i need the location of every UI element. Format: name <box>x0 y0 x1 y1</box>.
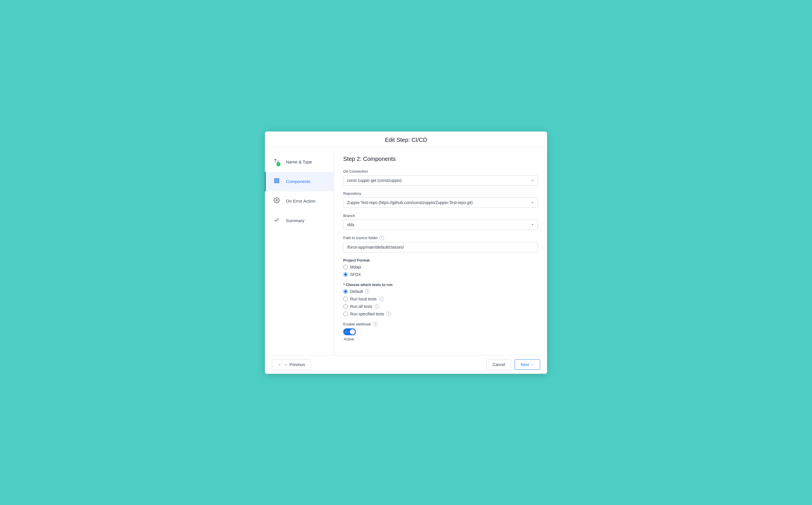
radio-mdapi[interactable]: Mdapi <box>343 265 538 269</box>
branch-label: Branch <box>343 213 538 218</box>
enable-webhook-label: Enable webhook <box>343 322 371 326</box>
cancel-button[interactable]: Cancel <box>487 359 511 370</box>
radio-mdapi-input[interactable] <box>343 265 348 269</box>
radio-default[interactable]: Default i <box>343 289 538 294</box>
svg-rect-1 <box>274 180 279 181</box>
radio-run-all[interactable]: Run all tests i <box>343 304 538 309</box>
footer-right-buttons: Cancel Next → <box>487 359 540 370</box>
enable-webhook-group: Enable webhook i ✓ Active <box>343 322 538 341</box>
choose-tests-radio-group: Default i Run local tests i Run all test… <box>343 289 538 316</box>
radio-run-specified-input[interactable] <box>343 312 348 316</box>
previous-arrow-icon: ← <box>278 362 282 367</box>
project-format-label: Project Format <box>343 258 538 263</box>
toggle-slider: ✓ <box>343 328 356 335</box>
repository-select[interactable]: Zuppio-Test-repo (https://github.com/con… <box>343 197 538 208</box>
enable-webhook-label-row: Enable webhook i <box>343 322 538 327</box>
run-local-info-icon[interactable]: i <box>379 297 384 301</box>
repository-group: Repository Zuppio-Test-repo (https://git… <box>343 191 538 208</box>
git-connection-select[interactable]: const zuppio get (constzuppio) <box>343 175 538 186</box>
radio-run-specified[interactable]: Run specified tests i <box>343 312 538 316</box>
repository-label: Repository <box>343 191 538 196</box>
branch-group: Branch sfdx <box>343 213 538 230</box>
list-icon <box>274 178 280 185</box>
main-content: Step 2: Components Git Connection const … <box>334 148 547 355</box>
next-button[interactable]: Next → <box>515 359 540 370</box>
git-connection-label: Git Connection <box>343 169 538 174</box>
modal-header: Edit Step: CI/CD <box>265 132 547 148</box>
webhook-toggle-wrap: ✓ Active <box>343 328 538 341</box>
radio-default-label: Default <box>350 289 363 294</box>
sidebar-name-type-label: Name & Type <box>286 159 312 164</box>
path-info-icon[interactable]: i <box>380 236 384 240</box>
git-connection-group: Git Connection const zuppio get (constzu… <box>343 169 538 186</box>
radio-run-specified-label: Run specified tests <box>350 312 384 316</box>
name-type-icon-wrap: ✓ <box>272 157 282 167</box>
radio-run-local[interactable]: Run local tests i <box>343 297 538 301</box>
sidebar-components-label: Components <box>286 179 310 184</box>
previous-button[interactable]: ← ← Previous <box>272 359 311 370</box>
project-format-radio-group: Mdapi SFDX <box>343 265 538 277</box>
checkmark-icon <box>274 217 280 224</box>
path-source-input[interactable] <box>343 242 538 252</box>
radio-run-all-label: Run all tests <box>350 304 372 309</box>
radio-sfdx-input[interactable] <box>343 272 348 277</box>
project-format-group: Project Format Mdapi SFDX <box>343 258 538 277</box>
components-icon-wrap <box>272 176 282 187</box>
radio-sfdx[interactable]: SFDX <box>343 272 538 277</box>
webhook-active-label: Active <box>344 337 538 341</box>
toggle-check-icon: ✓ <box>345 330 347 333</box>
sidebar-item-on-error-action[interactable]: On Error Action <box>265 191 334 211</box>
modal-title: Edit Step: CI/CD <box>272 137 540 143</box>
sidebar: ✓ Name & Type Components <box>265 148 334 355</box>
completed-check-icon: ✓ <box>276 162 280 166</box>
radio-default-input[interactable] <box>343 289 348 294</box>
svg-rect-2 <box>274 182 279 183</box>
modal-body: ✓ Name & Type Components <box>265 148 547 355</box>
on-error-icon-wrap <box>272 196 282 206</box>
path-source-label: Path to source folder i <box>343 236 538 240</box>
sidebar-item-name-type[interactable]: ✓ Name & Type <box>265 152 334 172</box>
svg-point-3 <box>276 199 278 201</box>
sidebar-item-components[interactable]: Components <box>265 172 334 191</box>
default-info-icon[interactable]: i <box>365 289 370 294</box>
radio-sfdx-label: SFDX <box>350 272 361 277</box>
choose-tests-label: * Choose which tests to run <box>343 283 538 287</box>
sidebar-summary-label: Summary <box>286 218 304 223</box>
gear-icon <box>274 197 280 205</box>
step-title: Step 2: Components <box>343 156 538 162</box>
modal-footer: ← ← Previous Cancel Next → <box>265 355 547 374</box>
run-all-info-icon[interactable]: i <box>375 304 379 309</box>
webhook-info-icon[interactable]: i <box>373 322 378 327</box>
radio-mdapi-label: Mdapi <box>350 265 361 269</box>
radio-run-all-input[interactable] <box>343 304 348 309</box>
choose-tests-group: * Choose which tests to run Default i Ru… <box>343 283 538 316</box>
summary-icon-wrap <box>272 215 282 226</box>
edit-step-modal: Edit Step: CI/CD ✓ Name & Type <box>265 132 547 374</box>
sidebar-on-error-label: On Error Action <box>286 198 315 203</box>
run-specified-info-icon[interactable]: i <box>386 312 391 316</box>
arrows-icon: ✓ <box>274 158 280 166</box>
path-source-group: Path to source folder i <box>343 236 538 252</box>
radio-run-local-input[interactable] <box>343 297 348 301</box>
sidebar-item-summary[interactable]: Summary <box>265 211 334 230</box>
radio-run-local-label: Run local tests <box>350 297 377 301</box>
webhook-toggle[interactable]: ✓ <box>343 328 356 335</box>
branch-select[interactable]: sfdx <box>343 219 538 230</box>
svg-rect-0 <box>274 179 279 180</box>
